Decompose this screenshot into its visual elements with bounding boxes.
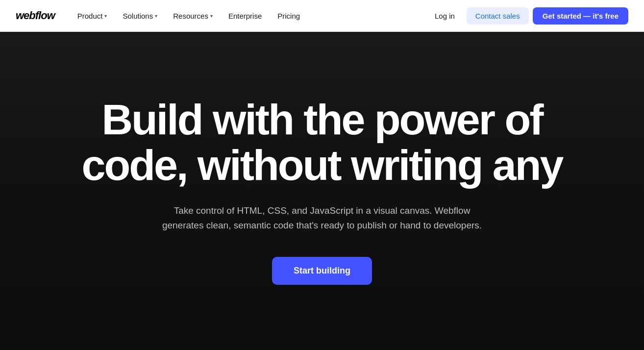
nav-item-product-label: Product	[77, 12, 103, 20]
chevron-down-icon: ▾	[104, 13, 107, 19]
hero-title: Build with the power of code, without wr…	[77, 97, 567, 188]
hero-section: Build with the power of code, without wr…	[0, 32, 644, 350]
logo[interactable]: webflow	[16, 9, 55, 22]
nav-item-pricing[interactable]: Pricing	[271, 8, 307, 24]
nav-item-enterprise-label: Enterprise	[228, 12, 262, 20]
nav-item-resources[interactable]: Resources ▾	[166, 8, 220, 24]
get-started-button[interactable]: Get started — it's free	[533, 7, 628, 25]
hero-subtitle: Take control of HTML, CSS, and JavaScrip…	[155, 203, 489, 233]
contact-sales-button[interactable]: Contact sales	[467, 7, 529, 25]
navbar: webflow Product ▾ Solutions ▾ Resources …	[0, 0, 644, 32]
nav-item-product[interactable]: Product ▾	[71, 8, 114, 24]
chevron-down-icon: ▾	[155, 13, 157, 19]
nav-item-solutions-label: Solutions	[123, 12, 153, 20]
chevron-down-icon: ▾	[210, 13, 213, 19]
nav-item-solutions[interactable]: Solutions ▾	[116, 8, 164, 24]
login-button[interactable]: Log in	[427, 8, 463, 24]
nav-item-pricing-label: Pricing	[277, 12, 300, 20]
nav-links: Product ▾ Solutions ▾ Resources ▾ Enterp…	[71, 8, 427, 24]
start-building-button[interactable]: Start building	[272, 257, 372, 285]
nav-item-resources-label: Resources	[173, 12, 208, 20]
nav-right: Log in Contact sales Get started — it's …	[427, 7, 628, 25]
nav-item-enterprise[interactable]: Enterprise	[222, 8, 269, 24]
